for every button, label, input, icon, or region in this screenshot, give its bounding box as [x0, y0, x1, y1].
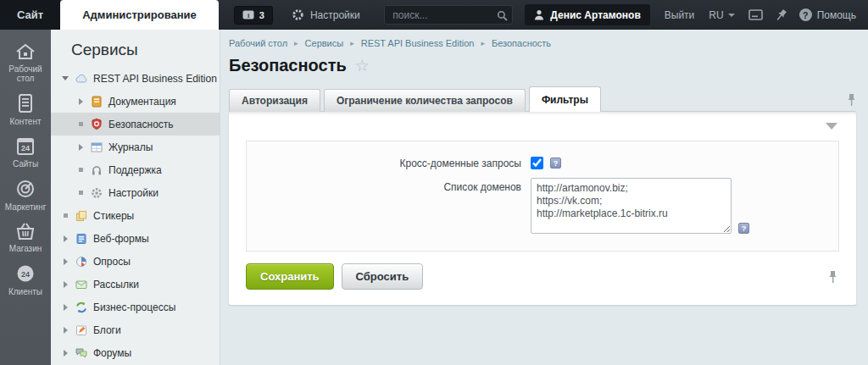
tree-item-documentation[interactable]: Документация: [51, 90, 220, 113]
tree-arrow[interactable]: [59, 327, 71, 334]
svg-text:i: i: [248, 12, 249, 19]
leaf-bullet-icon: [64, 213, 68, 218]
tree-arrow[interactable]: [75, 98, 86, 105]
rail-item-store[interactable]: Магазин: [0, 221, 51, 253]
page-title: Безопасность: [229, 56, 347, 75]
rail-item-content[interactable]: Контент: [0, 92, 51, 126]
help-button[interactable]: Помощь: [799, 8, 856, 21]
leaf-bullet-icon: [79, 168, 83, 172]
pin-icon[interactable]: [773, 7, 789, 23]
tree-arrow[interactable]: [59, 350, 71, 357]
rail-item-sites[interactable]: 24 Сайты: [0, 135, 51, 169]
save-button[interactable]: Сохранить: [246, 263, 334, 290]
tree-item-support[interactable]: Поддержка: [51, 158, 220, 181]
tree-item-label: Веб-формы: [93, 233, 149, 245]
breadcrumb-item[interactable]: Рабочий стол: [229, 38, 287, 48]
cross-domain-row: Кросс-доменные запросы: [247, 157, 838, 169]
cross-domain-checkbox[interactable]: [531, 157, 543, 169]
language-selector[interactable]: RU: [709, 9, 734, 21]
webform-icon: [75, 232, 88, 246]
pin-icon[interactable]: [828, 270, 837, 284]
reset-button[interactable]: Сбросить: [342, 263, 424, 290]
svg-text:24: 24: [21, 144, 30, 152]
blog-pencil-icon: [75, 324, 88, 337]
logout-link[interactable]: Выйти: [665, 9, 695, 21]
domains-label: Список доменов: [247, 178, 531, 193]
tree-arrow: [59, 213, 71, 218]
filters-tab-panel: Кросс-доменные запросы Список доменов ht…: [229, 111, 856, 305]
tree-item-blogs[interactable]: Блоги: [51, 318, 220, 341]
rail-item-desktop[interactable]: Рабочий стол: [0, 41, 51, 83]
form-actions: Сохранить Сбросить: [229, 252, 856, 305]
tree-item-mailings[interactable]: Рассылки: [51, 273, 220, 296]
rail-label: Сайты: [0, 159, 51, 169]
tab-authorization[interactable]: Авторизация: [229, 89, 320, 112]
chevron-down-icon: [728, 14, 735, 17]
tree-header: Сервисы: [51, 30, 220, 67]
tree-item-label: Настройки: [108, 187, 159, 199]
user-menu-button[interactable]: Денис Артамонов: [525, 4, 649, 25]
chevron-collapsed-icon: [79, 98, 83, 105]
topbar-settings-button[interactable]: Настройки: [292, 0, 360, 30]
help-icon[interactable]: [550, 158, 561, 169]
topbar-settings-label: Настройки: [310, 9, 360, 21]
tree-arrow[interactable]: [59, 235, 71, 242]
rail-item-clients[interactable]: 24 Клиенты: [0, 263, 51, 296]
chevron-collapsed-icon: [79, 144, 83, 151]
notifications-button[interactable]: i 3: [234, 6, 273, 25]
panel-toolbar: [229, 112, 856, 141]
clients-24-icon: 24: [14, 263, 36, 285]
tree-item-label: Безопасность: [108, 119, 174, 130]
chevron-collapsed-icon: [64, 350, 68, 357]
settings-dropdown-arrow-icon[interactable]: [826, 123, 837, 130]
rail-item-marketing[interactable]: Маркетинг: [0, 178, 51, 212]
domains-row: Список доменов http://artamonov.biz; htt…: [247, 178, 838, 234]
domains-textarea[interactable]: http://artamonov.biz; https://vk.com; ht…: [531, 178, 732, 234]
rail-label: Клиенты: [0, 287, 51, 296]
tab-filters[interactable]: Фильтры: [529, 86, 601, 112]
stickers-notes-icon: [75, 209, 88, 223]
tree-item-polls[interactable]: Опросы: [51, 250, 220, 273]
favorite-star-icon[interactable]: [355, 58, 370, 74]
support-headset-icon: [90, 163, 103, 177]
tree-item-label: Рассылки: [93, 279, 139, 290]
left-rail: Рабочий стол Контент 24 Сайты Маркетинг …: [0, 30, 51, 365]
tree-item-settings[interactable]: Настройки: [51, 181, 220, 204]
hotkeys-monitor-icon[interactable]: [748, 9, 763, 20]
tree-item-forums[interactable]: Форумы: [51, 341, 220, 364]
main-layout: Рабочий стол Контент 24 Сайты Маркетинг …: [0, 30, 868, 365]
svg-text:24: 24: [21, 270, 30, 279]
tree-item-webforms[interactable]: Веб-формы: [51, 227, 220, 250]
tree-item-rest-api[interactable]: REST API Business Edition: [51, 67, 220, 90]
breadcrumb-separator-icon: [343, 39, 361, 47]
tree-item-journals[interactable]: Журналы: [51, 135, 220, 158]
tree-arrow[interactable]: [59, 76, 71, 80]
bitrix-admin-app: Сайт Администрирование i 3 Настройки Ден: [0, 0, 868, 365]
tree-item-label: Опросы: [93, 256, 131, 268]
help-icon[interactable]: [738, 223, 749, 234]
search-icon[interactable]: [497, 9, 508, 25]
tree-item-stickers[interactable]: Стикеры: [51, 204, 220, 227]
gear-icon: [292, 8, 304, 21]
tree-item-security[interactable]: Безопасность: [51, 113, 220, 135]
breadcrumb-item[interactable]: Сервисы: [305, 38, 344, 48]
tree-item-label: Стикеры: [93, 210, 134, 222]
sites-calendar-icon: 24: [14, 135, 36, 157]
tree-item-label: Документация: [108, 96, 176, 108]
gear-icon: [90, 186, 103, 200]
content-document-icon: [14, 92, 36, 114]
breadcrumb-item[interactable]: REST API Business Edition: [361, 38, 475, 48]
tab-administration[interactable]: Администрирование: [60, 0, 219, 30]
tab-site[interactable]: Сайт: [0, 0, 60, 30]
tree-item-bizproc[interactable]: Бизнес-процессы: [51, 296, 220, 318]
tree-arrow[interactable]: [59, 281, 71, 288]
tree-arrow[interactable]: [59, 258, 71, 265]
tree-arrow[interactable]: [75, 144, 86, 151]
content-area: Рабочий стол Сервисы REST API Business E…: [220, 30, 868, 365]
breadcrumb-item[interactable]: Безопасность: [492, 38, 551, 48]
tree-item-label: Бизнес-процессы: [93, 301, 175, 313]
search-input[interactable]: [384, 5, 513, 25]
tab-request-limits[interactable]: Ограничение количества запросов: [324, 89, 526, 112]
tree-arrow[interactable]: [59, 304, 71, 311]
pin-icon[interactable]: [847, 93, 856, 107]
